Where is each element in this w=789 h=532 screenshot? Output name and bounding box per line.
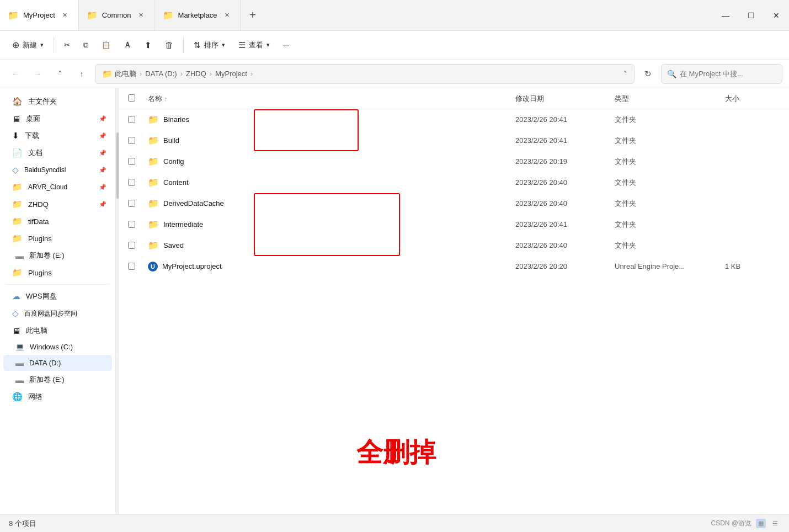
file-type-binaries: 文件夹 [615,115,725,125]
sidebar-item-baidu[interactable]: ◇ BaiduSyncdisl 📌 [3,162,112,178]
header-type[interactable]: 类型 [615,94,725,104]
file-row-uproject[interactable]: U MyProject.uproject 2023/2/26 20:20 Unr… [119,256,789,277]
sidebar-item-thispc[interactable]: 🖥 此电脑 [3,322,112,339]
checkbox-intermediate[interactable] [128,221,135,228]
recent-button[interactable]: ˅ [51,65,68,83]
checkbox-deriveddata[interactable] [128,200,135,207]
search-icon: 🔍 [667,70,676,78]
sidebar-newvol-label: 新加卷 (E:) [29,375,65,385]
sidebar-item-plugins1[interactable]: 📁 Plugins [3,230,112,247]
checkbox-content[interactable] [128,179,135,186]
tab-myproject-close[interactable]: ✕ [60,10,71,21]
check-binaries[interactable] [128,116,148,123]
grid-view-icon[interactable]: ▦ [756,519,766,528]
sort-button[interactable]: ⇅ 排序 ▾ [188,37,231,54]
back-button[interactable]: ← [7,65,24,83]
view-dropdown-icon: ▾ [266,41,270,49]
check-build[interactable] [128,137,148,144]
checkbox-binaries[interactable] [128,116,135,123]
address-dropdown-icon[interactable]: ˅ [623,70,627,78]
file-row-content[interactable]: 📁 Content 2023/2/26 20:40 文件夹 [119,172,789,193]
tab-marketplace-close[interactable]: ✕ [221,10,232,21]
file-name-deriveddata: DerivedDataCache [163,199,515,208]
checkbox-saved[interactable] [128,242,135,249]
address-path[interactable]: 📁 此电脑 › DATA (D:) › ZHDQ › MyProject › ˅ [95,64,635,84]
check-uproject[interactable] [128,263,148,270]
header-name[interactable]: 名称 ↑ [148,94,515,104]
brand-label: CSDN @游览 [711,519,751,528]
new-dropdown-icon: ▾ [40,41,44,49]
tab-common-close[interactable]: ✕ [136,10,147,21]
path-drive: DATA (D:) [145,70,177,78]
minimize-button[interactable]: — [713,0,738,30]
header-checkbox[interactable] [128,94,148,103]
sidebar-item-windows[interactable]: 💻 Windows (C:) [3,339,112,354]
close-button[interactable]: ✕ [764,0,789,30]
file-row-deriveddata[interactable]: 📁 DerivedDataCache 2023/2/26 20:40 文件夹 [119,193,789,214]
sidebar-item-network[interactable]: 🌐 网络 [3,389,112,405]
sidebar-windows-label: Windows (C:) [30,343,73,351]
file-row-intermediate[interactable]: 📁 Intermediate 2023/2/26 20:41 文件夹 [119,214,789,235]
refresh-button[interactable]: ↻ [639,65,657,83]
baidudrive-icon: ◇ [12,308,19,318]
sidebar-item-tifdata[interactable]: 📁 tifData [3,213,112,230]
forward-button[interactable]: → [29,65,46,83]
folder-build-icon: 📁 [148,135,159,146]
sidebar-item-zhdq[interactable]: 📁 ZHDQ 📌 [3,196,112,212]
sidebar-item-downloads[interactable]: ⬇ 下载 📌 [3,127,112,144]
path-pc: 此电脑 [115,69,136,79]
sort-label: 排序 [204,40,218,50]
sidebar-item-baidudrive[interactable]: ◇ 百度网盘同步空间 [3,305,112,322]
sidebar-item-newvol[interactable]: ▬ 新加卷 (E:) [3,371,112,388]
search-input[interactable] [680,70,776,78]
new-label: 新建 [23,40,37,50]
sidebar-item-arvr[interactable]: 📁 ARVR_Cloud 📌 [3,179,112,195]
file-row-saved[interactable]: 📁 Saved 2023/2/26 20:40 文件夹 [119,235,789,256]
sidebar-item-wps[interactable]: ☁ WPS网盘 [3,288,112,305]
name-sort-icon: ↑ [164,95,168,102]
delete-button[interactable]: 🗑 [159,37,179,53]
pin-icon-dl: 📌 [99,132,106,140]
checkbox-uproject[interactable] [128,263,135,270]
sidebar-item-newvolume[interactable]: ▬ 新加卷 (E:) [3,247,112,264]
file-name-binaries: Binaries [163,115,515,124]
tab-myproject[interactable]: 📁 MyProject ✕ [0,0,79,30]
sidebar-item-plugins2[interactable]: 📁 Plugins [3,264,112,281]
more-button[interactable]: ··· [278,38,295,52]
folder-binaries-icon: 📁 [148,114,159,125]
sidebar-item-desktop[interactable]: 🖥 桌面 📌 [3,110,112,127]
cut-button[interactable]: ✂ [58,38,76,52]
sidebar-item-documents[interactable]: 📄 文档 📌 [3,145,112,161]
checkbox-config[interactable] [128,158,135,165]
list-view-icon[interactable]: ☰ [770,519,780,528]
check-config[interactable] [128,158,148,165]
view-button[interactable]: ☰ 查看 ▾ [233,37,275,54]
file-row-build[interactable]: 📁 Build 2023/2/26 20:41 文件夹 [119,130,789,151]
up-button[interactable]: ↑ [73,65,90,83]
maximize-button[interactable]: ☐ [738,0,764,30]
file-row-config[interactable]: 📁 Config 2023/2/26 20:19 文件夹 [119,151,789,172]
new-button[interactable]: ⊕ 新建 ▾ [7,36,49,54]
checkbox-build[interactable] [128,137,135,144]
header-size[interactable]: 大小 [725,94,780,104]
search-box[interactable]: 🔍 [661,64,782,84]
rename-button[interactable]: Ａ [118,37,137,54]
tab-common[interactable]: 📁 Common ✕ [79,0,155,30]
sidebar-documents-label: 文档 [28,148,42,158]
select-all-checkbox[interactable] [128,94,135,102]
pin-icon-baidu: 📌 [99,167,106,174]
check-intermediate[interactable] [128,221,148,228]
check-deriveddata[interactable] [128,200,148,207]
file-row-binaries[interactable]: 📁 Binaries 2023/2/26 20:41 文件夹 [119,109,789,130]
tab-marketplace[interactable]: 📁 Marketplace ✕ [155,0,241,30]
header-date[interactable]: 修改日期 [515,94,615,104]
check-saved[interactable] [128,242,148,249]
check-content[interactable] [128,179,148,186]
share-button[interactable]: ⬆ [139,37,157,54]
sidebar-item-data[interactable]: ▬ DATA (D:) [3,355,112,371]
new-icon: ⊕ [12,40,19,50]
copy-button[interactable]: ⧉ [78,38,94,53]
paste-button[interactable]: 📋 [96,38,116,52]
new-tab-button[interactable]: + [241,0,265,30]
sidebar-item-home[interactable]: 🏠 主文件夹 [3,93,112,110]
